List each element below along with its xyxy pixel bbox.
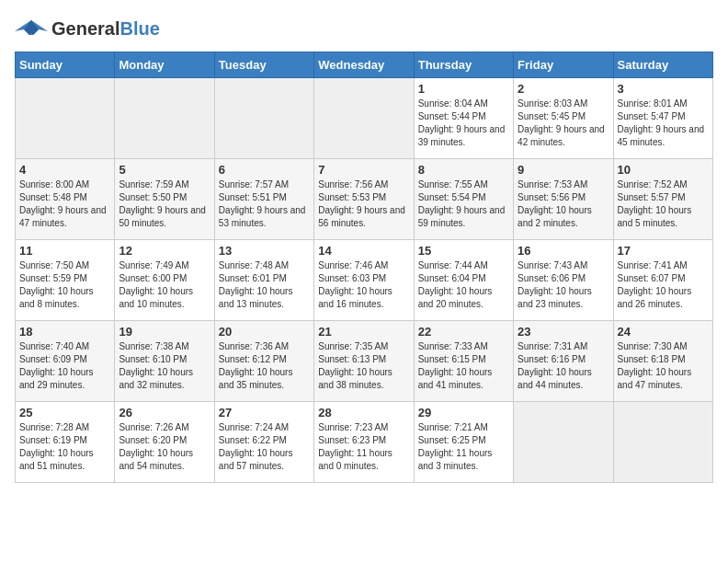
day-info: Sunrise: 7:41 AMSunset: 6:07 PMDaylight:… [618,259,709,311]
weekday-header-friday: Friday [514,52,613,78]
weekday-header-saturday: Saturday [613,52,712,78]
calendar-day-cell: 24Sunrise: 7:30 AMSunset: 6:18 PMDayligh… [613,321,712,402]
calendar-day-cell: 9Sunrise: 7:53 AMSunset: 5:56 PMDaylight… [514,159,613,240]
day-info: Sunrise: 7:21 AMSunset: 6:25 PMDaylight:… [418,421,509,473]
calendar-day-cell [514,402,613,483]
logo-icon [15,15,48,42]
logo-text: GeneralBlue [51,18,160,40]
day-info: Sunrise: 7:43 AMSunset: 6:06 PMDaylight:… [518,259,609,311]
day-number: 13 [219,244,310,258]
day-number: 27 [219,406,310,419]
day-number: 7 [318,163,409,177]
calendar-day-cell: 7Sunrise: 7:56 AMSunset: 5:53 PMDaylight… [314,159,414,240]
day-number: 4 [19,163,110,177]
calendar-day-cell: 13Sunrise: 7:48 AMSunset: 6:01 PMDayligh… [214,240,313,321]
calendar-day-cell: 2Sunrise: 8:03 AMSunset: 5:45 PMDaylight… [514,78,613,159]
day-info: Sunrise: 8:03 AMSunset: 5:45 PMDaylight:… [518,98,609,149]
day-number: 10 [618,163,709,177]
weekday-header-monday: Monday [115,52,214,78]
calendar-day-cell [214,78,313,159]
day-number: 28 [318,406,409,419]
day-info: Sunrise: 7:40 AMSunset: 6:09 PMDaylight:… [19,340,110,392]
calendar-day-cell [16,78,115,159]
day-info: Sunrise: 7:44 AMSunset: 6:04 PMDaylight:… [418,259,509,311]
day-info: Sunrise: 7:35 AMSunset: 6:13 PMDaylight:… [318,340,409,392]
day-number: 5 [119,163,210,177]
calendar-day-cell [613,402,712,483]
day-info: Sunrise: 7:28 AMSunset: 6:19 PMDaylight:… [19,421,110,473]
day-number: 16 [518,244,609,258]
day-number: 3 [618,82,709,96]
calendar-week-row: 1Sunrise: 8:04 AMSunset: 5:44 PMDaylight… [16,78,713,159]
day-number: 24 [618,325,709,339]
day-info: Sunrise: 7:36 AMSunset: 6:12 PMDaylight:… [219,340,310,392]
day-number: 29 [418,406,509,419]
calendar-day-cell [115,78,214,159]
day-number: 17 [618,244,709,258]
day-number: 19 [119,325,210,339]
day-info: Sunrise: 8:04 AMSunset: 5:44 PMDaylight:… [418,98,509,149]
calendar-day-cell [314,78,414,159]
day-info: Sunrise: 7:55 AMSunset: 5:54 PMDaylight:… [418,178,509,230]
calendar-day-cell: 29Sunrise: 7:21 AMSunset: 6:25 PMDayligh… [414,402,513,483]
day-number: 2 [518,82,609,96]
day-info: Sunrise: 7:57 AMSunset: 5:51 PMDaylight:… [219,178,310,230]
day-info: Sunrise: 7:46 AMSunset: 6:03 PMDaylight:… [318,259,409,311]
day-number: 26 [119,406,210,419]
day-info: Sunrise: 7:33 AMSunset: 6:15 PMDaylight:… [418,340,509,392]
calendar-day-cell: 19Sunrise: 7:38 AMSunset: 6:10 PMDayligh… [115,321,214,402]
calendar-day-cell: 1Sunrise: 8:04 AMSunset: 5:44 PMDaylight… [414,78,513,159]
calendar-day-cell: 14Sunrise: 7:46 AMSunset: 6:03 PMDayligh… [314,240,414,321]
calendar-day-cell: 21Sunrise: 7:35 AMSunset: 6:13 PMDayligh… [314,321,414,402]
calendar-day-cell: 16Sunrise: 7:43 AMSunset: 6:06 PMDayligh… [514,240,613,321]
calendar-day-cell: 11Sunrise: 7:50 AMSunset: 5:59 PMDayligh… [16,240,115,321]
weekday-header-sunday: Sunday [16,52,115,78]
day-number: 1 [418,82,509,96]
day-info: Sunrise: 7:26 AMSunset: 6:20 PMDaylight:… [119,421,210,473]
calendar-day-cell: 15Sunrise: 7:44 AMSunset: 6:04 PMDayligh… [414,240,513,321]
calendar-day-cell: 17Sunrise: 7:41 AMSunset: 6:07 PMDayligh… [613,240,712,321]
day-info: Sunrise: 7:48 AMSunset: 6:01 PMDaylight:… [219,259,310,311]
day-number: 15 [418,244,509,258]
day-info: Sunrise: 7:50 AMSunset: 5:59 PMDaylight:… [19,259,110,311]
day-info: Sunrise: 7:49 AMSunset: 6:00 PMDaylight:… [119,259,210,311]
weekday-header-tuesday: Tuesday [214,52,313,78]
day-info: Sunrise: 7:56 AMSunset: 5:53 PMDaylight:… [318,178,409,230]
day-number: 21 [318,325,409,339]
day-number: 23 [518,325,609,339]
day-info: Sunrise: 7:30 AMSunset: 6:18 PMDaylight:… [618,340,709,392]
calendar-day-cell: 3Sunrise: 8:01 AMSunset: 5:47 PMDaylight… [613,78,712,159]
calendar-week-row: 18Sunrise: 7:40 AMSunset: 6:09 PMDayligh… [16,321,713,402]
calendar-week-row: 25Sunrise: 7:28 AMSunset: 6:19 PMDayligh… [16,402,713,483]
calendar-day-cell: 20Sunrise: 7:36 AMSunset: 6:12 PMDayligh… [214,321,313,402]
day-info: Sunrise: 7:23 AMSunset: 6:23 PMDaylight:… [318,421,409,473]
calendar-day-cell: 27Sunrise: 7:24 AMSunset: 6:22 PMDayligh… [214,402,313,483]
day-info: Sunrise: 8:01 AMSunset: 5:47 PMDaylight:… [618,98,709,149]
day-info: Sunrise: 8:00 AMSunset: 5:48 PMDaylight:… [19,178,110,230]
weekday-header-thursday: Thursday [414,52,513,78]
calendar-day-cell: 10Sunrise: 7:52 AMSunset: 5:57 PMDayligh… [613,159,712,240]
day-number: 25 [19,406,110,419]
calendar-day-cell: 22Sunrise: 7:33 AMSunset: 6:15 PMDayligh… [414,321,513,402]
day-number: 18 [19,325,110,339]
weekday-header-row: SundayMondayTuesdayWednesdayThursdayFrid… [16,52,713,78]
calendar-day-cell: 23Sunrise: 7:31 AMSunset: 6:16 PMDayligh… [514,321,613,402]
weekday-header-wednesday: Wednesday [314,52,414,78]
day-number: 11 [19,244,110,258]
calendar-day-cell: 5Sunrise: 7:59 AMSunset: 5:50 PMDaylight… [115,159,214,240]
day-number: 12 [119,244,210,258]
day-number: 14 [318,244,409,258]
day-number: 8 [418,163,509,177]
day-info: Sunrise: 7:53 AMSunset: 5:56 PMDaylight:… [518,178,609,230]
day-number: 9 [518,163,609,177]
calendar-table: SundayMondayTuesdayWednesdayThursdayFrid… [15,52,713,483]
logo: GeneralBlue [15,15,160,42]
day-info: Sunrise: 7:38 AMSunset: 6:10 PMDaylight:… [119,340,210,392]
day-number: 22 [418,325,509,339]
day-number: 6 [219,163,310,177]
day-info: Sunrise: 7:59 AMSunset: 5:50 PMDaylight:… [119,178,210,230]
calendar-day-cell: 28Sunrise: 7:23 AMSunset: 6:23 PMDayligh… [314,402,414,483]
calendar-day-cell: 25Sunrise: 7:28 AMSunset: 6:19 PMDayligh… [16,402,115,483]
calendar-day-cell: 26Sunrise: 7:26 AMSunset: 6:20 PMDayligh… [115,402,214,483]
calendar-day-cell: 4Sunrise: 8:00 AMSunset: 5:48 PMDaylight… [16,159,115,240]
